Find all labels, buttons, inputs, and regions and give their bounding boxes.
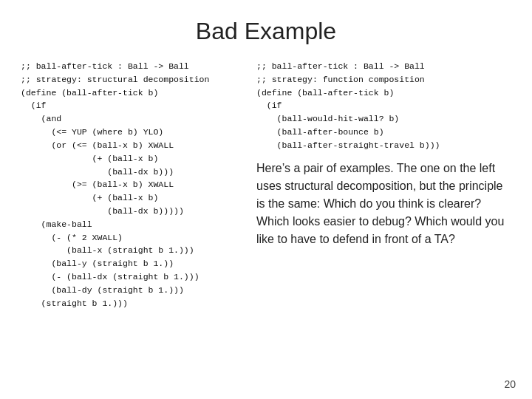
- content-area: ;; ball-after-tick : Ball -> Ball ;; str…: [0, 60, 532, 310]
- left-code-block: ;; ball-after-tick : Ball -> Ball ;; str…: [21, 60, 239, 310]
- right-code-block: ;; ball-after-tick : Ball -> Ball ;; str…: [256, 60, 511, 152]
- right-panel: ;; ball-after-tick : Ball -> Ball ;; str…: [256, 60, 511, 310]
- page-number: 20: [504, 378, 516, 390]
- description-text: Here’s a pair of examples. The one on th…: [256, 160, 511, 248]
- page-title: Bad Example: [0, 0, 532, 60]
